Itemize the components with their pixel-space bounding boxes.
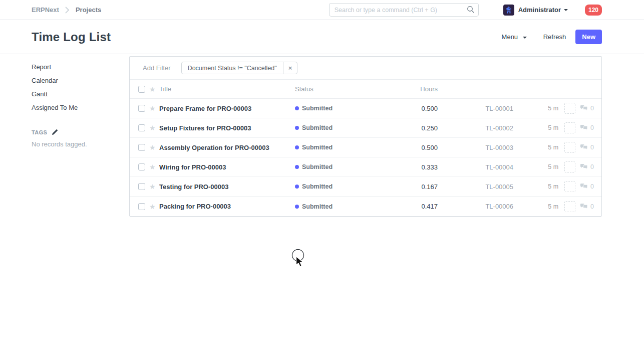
status-label: Submitted [302,124,333,131]
table-row: ★ Testing for PRO-00003 Submitted 0.167 … [130,177,601,197]
status-label: Submitted [302,203,333,210]
row-title-link[interactable]: Packing for PRO-00003 [159,203,295,210]
status-label: Submitted [302,144,333,151]
notifications-badge[interactable]: 120 [585,5,602,16]
mouse-cursor [289,247,311,270]
row-modified: 5 m [541,183,558,190]
row-title-link[interactable]: Testing for PRO-00003 [159,183,295,191]
comment-icon [580,124,588,131]
row-checkbox[interactable] [138,144,145,151]
row-status: Submitted [295,183,385,190]
sidebar-item-report[interactable]: Report [32,61,129,74]
row-hours: 0.333 [385,163,438,171]
comment-count: 0 [590,124,594,131]
menu-button[interactable]: Menu [502,33,527,41]
row-title-link[interactable]: Wiring for PRO-00003 [159,163,295,171]
row-id: TL-00002 [474,124,513,132]
user-dropdown[interactable]: Administrator [503,5,568,16]
add-filter-button[interactable]: Add Filter [143,64,171,72]
assignee-placeholder [564,103,575,114]
refresh-button[interactable]: Refresh [543,33,566,41]
row-meta: TL-00003 5 m 0 [474,142,594,153]
comment-indicator: 0 [580,144,594,151]
star-icon[interactable]: ★ [149,203,159,210]
brand-link[interactable]: ERPNext [32,6,59,14]
comment-indicator: 0 [580,203,594,210]
assignee-placeholder [564,201,575,212]
tags-heading: TAGS [32,129,47,135]
select-all-checkbox[interactable] [138,86,145,93]
row-id: TL-00005 [474,183,513,191]
status-dot-icon [295,106,299,110]
row-modified: 5 m [541,163,558,170]
row-checkbox[interactable] [138,163,145,170]
comment-count: 0 [590,203,594,210]
sidebar-item-assigned-to-me[interactable]: Assigned To Me [32,101,129,114]
row-id: TL-00006 [474,203,513,210]
chevron-down-icon [523,37,527,39]
table-row: ★ Wiring for PRO-00003 Submitted 0.333 T… [130,157,601,177]
row-id: TL-00003 [474,144,513,151]
comment-indicator: 0 [580,124,594,131]
column-header-hours: Hours [385,85,438,93]
star-icon[interactable]: ★ [149,105,159,112]
search-input[interactable] [329,3,479,17]
remove-filter-icon[interactable]: × [283,62,297,74]
row-checkbox[interactable] [138,105,145,112]
content-area: Report Calendar Gantt Assigned To Me TAG… [0,54,644,217]
list-header-row: ★ Title Status Hours [130,80,601,99]
comment-icon [580,105,588,112]
page-title: Time Log List [32,30,111,44]
list-rows: ★ Prepare Frame for PRO-00003 Submitted … [130,99,601,216]
row-title-link[interactable]: Assembly Operation for PRO-00003 [159,144,295,151]
row-checkbox[interactable] [138,183,145,190]
avatar [503,5,514,16]
star-icon[interactable]: ★ [149,183,159,190]
comment-icon [580,144,588,151]
star-icon[interactable]: ★ [149,144,159,151]
row-modified: 5 m [541,124,558,131]
list-sidebar: Report Calendar Gantt Assigned To Me TAG… [32,56,129,217]
row-checkbox[interactable] [138,124,145,131]
filter-chip-label[interactable]: Document Status != "Cancelled" [182,65,283,72]
comment-count: 0 [590,144,594,151]
list-container: Add Filter Document Status != "Cancelled… [129,56,602,217]
column-header-title: Title [159,85,295,93]
assignee-placeholder [564,122,575,133]
row-status: Submitted [295,124,385,131]
status-label: Submitted [302,105,333,112]
assignee-placeholder [564,181,575,192]
star-icon[interactable]: ★ [149,163,159,170]
status-dot-icon [295,185,299,189]
comment-icon [580,163,588,170]
comment-count: 0 [590,105,594,112]
status-dot-icon [295,205,299,209]
page-actions: Menu Refresh New [502,30,602,44]
row-title-link[interactable]: Setup Fixtures for PRO-00003 [159,124,295,132]
row-meta: TL-00005 5 m 0 [474,181,594,192]
global-search [329,3,479,17]
comment-indicator: 0 [580,105,594,112]
row-title-link[interactable]: Prepare Frame for PRO-00003 [159,105,295,112]
sidebar-item-gantt[interactable]: Gantt [32,88,129,101]
table-row: ★ Packing for PRO-00003 Submitted 0.417 … [130,197,601,216]
pointer-arrow-icon [296,257,303,267]
breadcrumb-projects[interactable]: Projects [76,6,101,14]
robot-icon [505,6,513,14]
new-button[interactable]: New [575,30,602,44]
sidebar-item-calendar[interactable]: Calendar [32,74,129,87]
search-icon[interactable] [467,6,475,16]
comment-icon [580,183,588,190]
comment-indicator: 0 [580,183,594,190]
row-hours: 0.250 [385,124,438,132]
row-status: Submitted [295,105,385,112]
comment-count: 0 [590,183,594,190]
row-meta: TL-00006 5 m 0 [474,201,594,212]
row-modified: 5 m [541,203,558,210]
table-row: ★ Setup Fixtures for PRO-00003 Submitted… [130,118,601,138]
row-status: Submitted [295,163,385,170]
edit-tags-icon[interactable] [52,129,58,135]
star-icon[interactable]: ★ [149,124,159,131]
row-checkbox[interactable] [138,203,145,210]
status-dot-icon [295,126,299,130]
